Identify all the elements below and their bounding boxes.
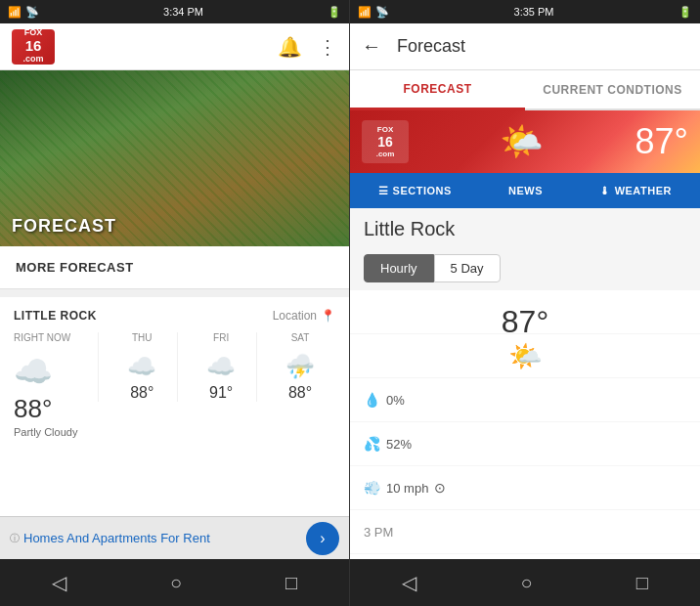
weather-columns: RIGHT NOW ☁️ 88° Partly Cloudy THU ☁️ 88… — [14, 332, 335, 438]
fox-sub: .com — [22, 55, 43, 65]
menu-icon[interactable]: ⋮ — [318, 35, 337, 59]
forecast-app-header: ← Forecast — [350, 23, 700, 70]
forecast-map[interactable]: FORECAST — [0, 70, 349, 246]
time-row: 3 PM — [350, 510, 700, 553]
sections-label: SECTIONS — [393, 185, 452, 196]
banner-weather-icon: 🌤️ — [500, 121, 544, 162]
signal-icon: 📡 — [25, 6, 39, 19]
location-pin-icon: 📍 — [321, 309, 335, 323]
current-weather-icon: ☁️ — [14, 353, 98, 390]
bell-icon[interactable]: 🔔 — [278, 35, 302, 59]
city-label-right: Little Rock — [350, 208, 700, 246]
tab-hourly[interactable]: Hourly — [364, 254, 434, 282]
back-nav-button[interactable]: ◁ — [32, 563, 86, 602]
status-icons-right: 🔋 — [328, 6, 341, 19]
city-name-left: LITTLE ROCK — [14, 309, 97, 323]
thu-label: THU — [132, 332, 153, 343]
ad-badge-icon: ⓘ — [10, 532, 20, 545]
weather-card-header: LITTLE ROCK Location 📍 — [14, 309, 335, 323]
news-label: NEWS — [508, 185, 543, 196]
thu-icon: ☁️ — [127, 353, 156, 380]
status-icons-left: 📶 📡 — [8, 6, 39, 19]
sections-nav[interactable]: ☰ SECTIONS — [378, 185, 452, 197]
ad-text: Homes And Apartments For Rent — [23, 531, 210, 545]
nav-strip: ☰ SECTIONS NEWS 🌡 WEATHER — [350, 173, 700, 208]
ad-arrow-icon: › — [320, 530, 325, 547]
sat-icon: ⛈️ — [285, 353, 315, 380]
nav-bar-left: ◁ ○ □ — [0, 559, 349, 606]
tab-forecast[interactable]: FORECAST — [350, 70, 525, 110]
banner-temp: 87° — [635, 121, 688, 162]
wind-value: 10 mph — [386, 481, 428, 496]
status-icons-right2: 📶 📡 — [358, 6, 389, 19]
battery-right: 🔋 — [678, 6, 692, 19]
forecast-weather-icon: 🌤️ — [508, 340, 543, 372]
precip-detail: 💧 0% — [364, 392, 405, 408]
back-button-right[interactable]: ← — [362, 35, 381, 58]
thu-weather: THU ☁️ 88° — [98, 332, 177, 402]
phone-right: 📶 📡 3:35 PM 🔋 ← Forecast FORECAST CURREN… — [350, 0, 700, 606]
weather-nav[interactable]: 🌡 WEATHER — [599, 185, 672, 196]
weather-label: WEATHER — [615, 185, 672, 196]
ad-arrow-button[interactable]: › — [306, 522, 339, 555]
fri-icon: ☁️ — [206, 353, 236, 380]
home-nav-button[interactable]: ○ — [151, 564, 201, 602]
phone-left: 📶 📡 3:34 PM 🔋 FOX 16 .com 🔔 ⋮ FORECAST M… — [0, 0, 350, 606]
right-now-label: RIGHT NOW — [14, 332, 98, 343]
wind-detail: 💨 10 mph ⊙ — [364, 480, 446, 496]
tab-5day[interactable]: 5 Day — [434, 254, 501, 282]
fri-label: FRI — [213, 332, 229, 343]
main-tabs: FORECAST CURRENT CONDTIONS — [350, 70, 700, 110]
signal-icon-right: 📡 — [375, 6, 389, 19]
nav-bar-right: ◁ ○ □ — [350, 559, 700, 606]
weather-card: LITTLE ROCK Location 📍 RIGHT NOW ☁️ 88° … — [0, 297, 349, 516]
wind-icon: 💨 — [364, 480, 380, 496]
recent-nav-button[interactable]: □ — [266, 564, 317, 602]
humidity-detail: 💦 52% — [364, 436, 412, 452]
home-nav-button-right[interactable]: ○ — [501, 564, 551, 602]
header-icons: 🔔 ⋮ — [278, 35, 337, 59]
temp-row: 87° — [350, 290, 700, 333]
thu-temp: 88° — [130, 384, 153, 402]
sat-temp: 88° — [288, 384, 312, 402]
location-link[interactable]: Location 📍 — [273, 309, 335, 323]
thermometer-icon: 🌡 — [599, 185, 611, 196]
fox-number: 16 — [25, 38, 42, 55]
status-bar-right: 📶 📡 3:35 PM 🔋 — [350, 0, 700, 23]
hamburger-icon: ☰ — [378, 185, 389, 197]
status-bar-left: 📶 📡 3:34 PM 🔋 — [0, 0, 349, 23]
ad-banner: ⓘ Homes And Apartments For Rent › — [0, 516, 349, 559]
fox16-logo-left: FOX 16 .com — [12, 29, 55, 65]
ad-text-container: ⓘ Homes And Apartments For Rent — [10, 531, 210, 545]
time-right: 3:35 PM — [514, 6, 554, 18]
battery-icon: 🔋 — [328, 6, 341, 19]
fri-temp: 91° — [209, 384, 233, 402]
location-label: Location — [273, 309, 317, 323]
humidity-icon: 💦 — [364, 436, 380, 452]
sat-weather: SAT ⛈️ 88° — [256, 332, 335, 402]
hourly-tabs: Hourly 5 Day — [350, 246, 700, 290]
forecast-scroll-area[interactable]: 87° 🌤️ 💧 0% 💦 52% 💨 10 mph ⊙ — [350, 290, 700, 559]
tab-current-conditions[interactable]: CURRENT CONDTIONS — [525, 70, 700, 108]
news-nav[interactable]: NEWS — [508, 185, 543, 196]
precip-row: 💧 0% — [350, 378, 700, 421]
time-label: 3 PM — [364, 525, 393, 540]
back-nav-button-right[interactable]: ◁ — [382, 563, 436, 602]
fox16-banner: FOX 16 .com 🌤️ 87° — [350, 110, 700, 173]
raindrop-icon: 💧 — [364, 392, 380, 408]
fox16-logo-right: FOX 16 .com — [362, 120, 409, 163]
current-temp: 88° — [14, 394, 98, 424]
recent-nav-button-right[interactable]: □ — [617, 564, 668, 602]
wifi-icon-right: 📶 — [358, 6, 372, 19]
app-header-left: FOX 16 .com 🔔 ⋮ — [0, 23, 349, 70]
humidity-value: 52% — [386, 437, 412, 452]
more-forecast-button[interactable]: MORE FORECAST — [0, 246, 349, 289]
time-left: 3:34 PM — [163, 6, 203, 18]
battery-icon-right: 🔋 — [678, 6, 692, 19]
weather-now: RIGHT NOW ☁️ 88° Partly Cloudy — [14, 332, 98, 438]
current-desc: Partly Cloudy — [14, 426, 98, 438]
sat-label: SAT — [291, 332, 310, 343]
forecast-map-label: FORECAST — [12, 216, 116, 237]
wind-row: 💨 10 mph ⊙ — [350, 466, 700, 509]
weather-icon-row: 🌤️ — [350, 334, 700, 377]
